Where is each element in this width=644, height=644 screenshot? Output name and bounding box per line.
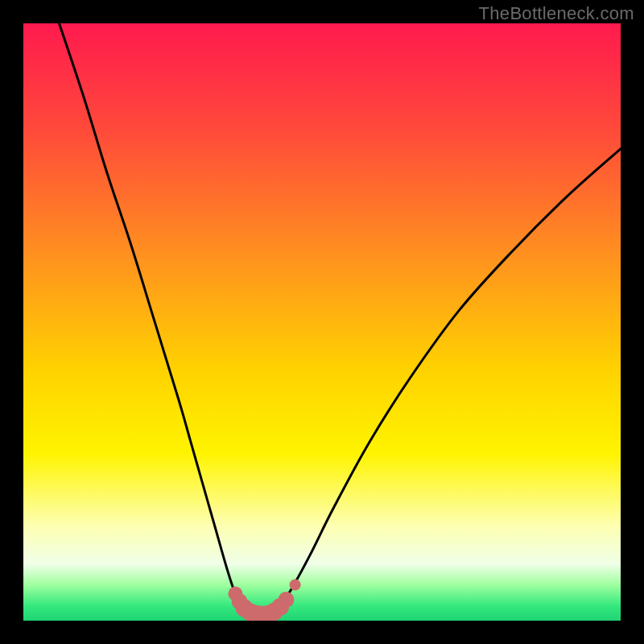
curve-marker: [278, 592, 294, 608]
curve-marker: [290, 579, 301, 590]
plot-area: [23, 23, 621, 621]
chart-frame: TheBottleneck.com: [0, 0, 644, 644]
watermark-label: TheBottleneck.com: [479, 3, 634, 24]
bottleneck-chart: [23, 23, 621, 621]
